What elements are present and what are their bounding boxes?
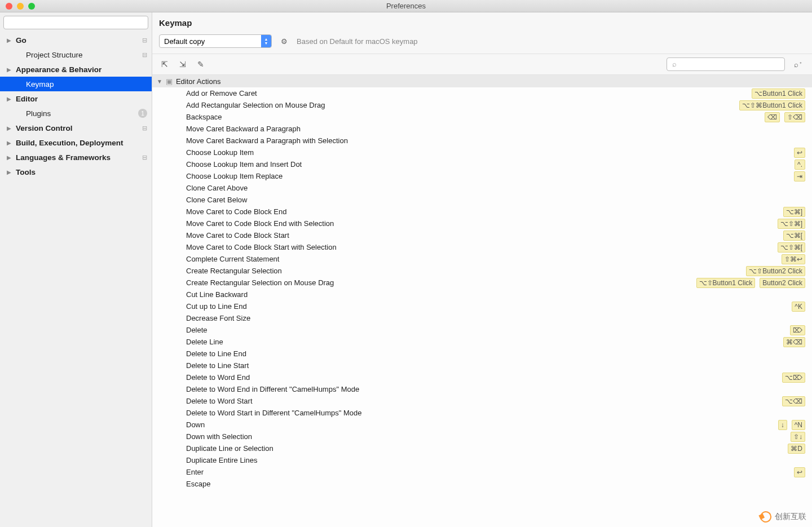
action-row[interactable]: Escape — [152, 478, 812, 490]
action-name: Cut up to Line End — [186, 302, 792, 311]
sidebar-item-label: Version Control — [16, 124, 138, 132]
action-row[interactable]: Move Caret to Code Block Start⌥⌘[ — [152, 229, 812, 241]
action-name: Create Rectangular Selection — [186, 267, 746, 275]
action-name: Move Caret Backward a Paragraph with Sel… — [186, 136, 805, 145]
action-row[interactable]: Move Caret Backward a Paragraph with Sel… — [152, 135, 812, 147]
action-row[interactable]: Delete to Line End — [152, 348, 812, 360]
group-label: Editor Actions — [176, 77, 221, 86]
action-row[interactable]: Down with Selection⇧↓ — [152, 431, 812, 442]
action-row[interactable]: Choose Lookup Item Replace⇥ — [152, 170, 812, 182]
action-row[interactable]: Create Rectangular Selection⌥⇧Button2 Cl… — [152, 265, 812, 277]
action-row[interactable]: Down↓^N — [152, 419, 812, 431]
sidebar-item[interactable]: ▶Appearance & Behavior — [0, 62, 152, 77]
action-name: Add or Remove Caret — [186, 89, 752, 98]
action-row[interactable]: Duplicate Line or Selection⌘D — [152, 442, 812, 454]
shortcut-badge: ↩ — [794, 467, 805, 477]
action-name: Choose Lookup Item — [186, 148, 794, 157]
chevron-down-icon: ▼ — [157, 78, 162, 85]
chevron-right-icon: ▶ — [7, 154, 14, 161]
find-by-shortcut-button[interactable]: ⌕⁺ — [792, 57, 805, 71]
collapse-all-button[interactable]: ⇲ — [177, 59, 188, 70]
action-group-row[interactable]: ▼ ▣ Editor Actions — [152, 75, 812, 87]
shortcut-list: ⌥⇧⌘] — [778, 219, 805, 229]
action-row[interactable]: Add or Remove Caret⌥Button1 Click — [152, 87, 812, 99]
action-row[interactable]: Delete to Word Start⌥⌫ — [152, 395, 812, 407]
keymap-action-tree[interactable]: ▼ ▣ Editor Actions Add or Remove Caret⌥B… — [152, 74, 812, 527]
action-row[interactable]: Delete to Line Start — [152, 360, 812, 371]
action-row[interactable]: Clone Caret Below — [152, 194, 812, 206]
chevron-right-icon: ▶ — [7, 96, 14, 102]
shortcut-badge: ⌥⇧⌘] — [778, 219, 805, 229]
pencil-icon: ✎ — [197, 60, 204, 69]
action-name: Enter — [186, 468, 794, 476]
action-search-input[interactable] — [667, 57, 785, 71]
shortcut-badge: ^N — [792, 420, 805, 430]
close-window-button[interactable] — [6, 3, 12, 10]
shortcut-badge: ^. — [795, 160, 805, 170]
action-row[interactable]: Move Caret to Code Block Start with Sele… — [152, 241, 812, 253]
action-row[interactable]: Clone Caret Above — [152, 182, 812, 194]
action-row[interactable]: Choose Lookup Item↩ — [152, 147, 812, 158]
sidebar-item[interactable]: Project Structure⊟ — [0, 47, 152, 62]
action-name: Duplicate Entire Lines — [186, 456, 805, 464]
sidebar-item-label: Project Structure — [26, 51, 138, 59]
action-row[interactable]: Cut up to Line End^K — [152, 300, 812, 312]
action-row[interactable]: Duplicate Entire Lines — [152, 454, 812, 466]
minimize-window-button[interactable] — [17, 3, 24, 10]
keymap-scheme-select[interactable]: Default copy — [159, 34, 272, 48]
action-row[interactable]: Complete Current Statement⇧⌘↩ — [152, 253, 812, 265]
sidebar-item[interactable]: Plugins1 — [0, 106, 152, 121]
window-titlebar: Preferences — [0, 0, 812, 12]
sidebar-item[interactable]: ▶Editor — [0, 91, 152, 106]
action-row[interactable]: Move Caret to Code Block End⌥⌘] — [152, 206, 812, 218]
sidebar-item[interactable]: ▶Go⊟ — [0, 33, 152, 47]
page-title: Keymap — [152, 12, 812, 31]
action-row[interactable]: Delete Line⌘⌫ — [152, 336, 812, 348]
shortcut-badge: ^K — [792, 302, 805, 312]
find-shortcut-icon: ⌕⁺ — [794, 60, 803, 69]
action-row[interactable]: Enter↩ — [152, 466, 812, 478]
shortcut-badge: ⌥⇧Button1 Click — [696, 278, 756, 288]
sidebar-item[interactable]: ▶Tools — [0, 165, 152, 179]
zoom-window-button[interactable] — [28, 3, 35, 10]
sidebar-item-label: Tools — [16, 168, 147, 176]
sidebar-item[interactable]: ▶Build, Execution, Deployment — [0, 135, 152, 150]
action-row[interactable]: Delete to Word End⌥⌦ — [152, 371, 812, 383]
action-name: Delete to Word Start — [186, 397, 782, 405]
expand-all-button[interactable]: ⇱ — [159, 59, 170, 70]
action-row[interactable]: Move Caret to Code Block End with Select… — [152, 218, 812, 229]
shortcut-badge: ⌥Button1 Click — [752, 88, 805, 99]
edit-shortcut-button[interactable]: ✎ — [195, 59, 206, 70]
action-name: Delete to Line End — [186, 349, 805, 358]
action-row[interactable]: Delete to Word Start in Different "Camel… — [152, 407, 812, 419]
action-row[interactable]: Create Rectangular Selection on Mouse Dr… — [152, 277, 812, 289]
action-name: Create Rectangular Selection on Mouse Dr… — [186, 278, 696, 287]
action-name: Delete to Word End in Different "CamelHu… — [186, 385, 805, 393]
shortcut-badge: ⌥⇧⌘Button1 Click — [739, 100, 805, 110]
count-badge: 1 — [138, 109, 147, 118]
action-name: Delete to Word Start in Different "Camel… — [186, 409, 805, 417]
keymap-settings-button[interactable]: ⚙ — [279, 36, 290, 47]
watermark-icon — [758, 510, 773, 524]
action-name: Clone Caret Above — [186, 184, 805, 192]
action-row[interactable]: Delete⌦ — [152, 324, 812, 336]
sidebar-item[interactable]: ▶Languages & Frameworks⊟ — [0, 150, 152, 165]
sidebar-item-label: Build, Execution, Deployment — [16, 139, 147, 147]
expand-icon: ⇱ — [161, 60, 168, 69]
action-row[interactable]: Cut Line Backward — [152, 289, 812, 300]
sidebar-item[interactable]: ▶Version Control⊟ — [0, 121, 152, 135]
action-row[interactable]: Choose Lookup Item and Insert Dot^. — [152, 158, 812, 170]
sidebar-item[interactable]: Keymap — [0, 77, 152, 91]
settings-search-input[interactable] — [3, 16, 148, 29]
shortcut-badge: Button2 Click — [760, 278, 805, 288]
action-name: Choose Lookup Item and Insert Dot — [186, 160, 795, 169]
action-name: Move Caret to Code Block Start with Sele… — [186, 243, 778, 251]
action-row[interactable]: Add Rectangular Selection on Mouse Drag⌥… — [152, 99, 812, 111]
chevron-right-icon: ▶ — [7, 37, 14, 43]
action-row[interactable]: Delete to Word End in Different "CamelHu… — [152, 383, 812, 395]
shortcut-list: ⌥⇧⌘Button1 Click — [739, 100, 805, 110]
action-row[interactable]: Backspace⌫⇧⌫ — [152, 111, 812, 123]
action-row[interactable]: Move Caret Backward a Paragraph — [152, 123, 812, 135]
action-row[interactable]: Decrease Font Size — [152, 312, 812, 324]
sidebar-item-label: Editor — [16, 95, 147, 103]
